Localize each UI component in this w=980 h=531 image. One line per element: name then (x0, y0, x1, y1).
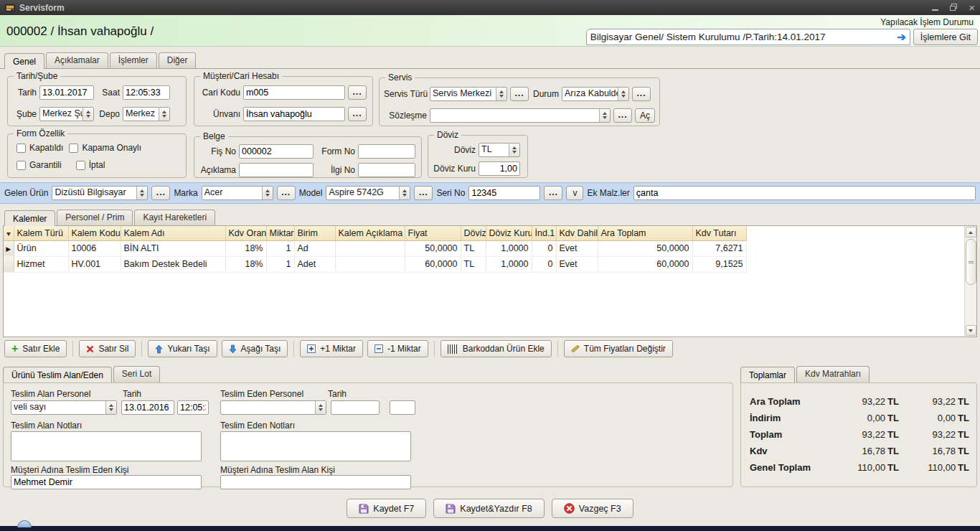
col-kalem-aciklama[interactable]: Kalem Açıklama (335, 226, 405, 240)
aciklama-input[interactable] (239, 163, 314, 177)
tab-aciklamalar[interactable]: Açıklamalar (46, 52, 108, 68)
teslim-eden-tarih-input[interactable] (331, 400, 380, 415)
col-doviz[interactable]: Döviz (461, 226, 486, 240)
marka-select[interactable]: Acer (202, 186, 273, 200)
arti-miktar-button[interactable]: +1 Miktar (300, 340, 363, 357)
fis-no-input[interactable] (239, 144, 314, 159)
close-button[interactable]: × (969, 4, 975, 11)
islemlere-git-button[interactable]: İşlemlere Git (913, 29, 978, 45)
kaydet-yazdir-button[interactable]: Kaydet&Yazdır F8 (433, 499, 545, 518)
grid-row-1[interactable]: ▶ Ürün 10006 BİN ALTI 18% 1 Ad 50,0000 T… (4, 240, 746, 256)
durum-select[interactable]: Arıza Kabulde (562, 87, 629, 101)
doviz-kuru-input[interactable] (479, 161, 520, 176)
col-kdv-orani[interactable]: Kdv Oranı (225, 226, 266, 240)
col-kalem-kodu[interactable]: Kalem Kodu (68, 226, 121, 240)
cari-kodu-lookup-button[interactable]: ... (348, 85, 367, 100)
tab-kdv-matrahlari[interactable]: Kdv Matrahları (796, 366, 870, 382)
islem-durumu-field[interactable]: Bilgisayar Genel/ Sistem Kurulumu /P.Tar… (586, 29, 910, 45)
tab-seri-lot[interactable]: Seri Lot (113, 366, 160, 382)
spinner-icon[interactable] (262, 187, 273, 199)
saat-input[interactable] (123, 85, 170, 100)
spinner-icon[interactable] (159, 108, 169, 121)
tum-fiyatlari-degistir-button[interactable]: Tüm Fiyatları Değiştir (564, 340, 673, 357)
ek-malzeme-input[interactable] (633, 186, 976, 200)
gelen-urun-lookup-button[interactable]: ... (151, 186, 170, 200)
tab-urunu-teslim[interactable]: Ürünü Teslim Alan/Eden (3, 367, 112, 383)
col-kdv-dahil[interactable]: Kdv Dahil (556, 226, 598, 240)
gelen-urun-select[interactable]: Dizüstü Bilgisayar (52, 186, 148, 200)
teslim-alan-notlari-textarea[interactable] (11, 431, 202, 461)
teslim-eden-saat-input[interactable] (390, 400, 415, 415)
spinner-icon[interactable] (315, 401, 326, 414)
tab-genel[interactable]: Genel (4, 53, 44, 69)
teslim-eden-personel-select[interactable] (220, 400, 326, 415)
sozlesme-ac-button[interactable]: Aç (635, 108, 655, 123)
durum-lookup-button[interactable]: ... (632, 87, 651, 101)
spinner-icon[interactable] (136, 187, 147, 199)
col-doviz-kuru[interactable]: Döviz Kuru (486, 226, 532, 240)
col-miktar[interactable]: Miktar (266, 226, 294, 240)
grid-filter-button[interactable] (4, 226, 14, 240)
col-birim[interactable]: Birim (294, 226, 335, 240)
cari-kodu-input[interactable] (243, 85, 345, 100)
tab-diger[interactable]: Diğer (159, 52, 197, 68)
doviz-select[interactable]: TL (479, 143, 520, 157)
tarih-input[interactable] (39, 85, 94, 100)
spinner-icon[interactable] (618, 88, 628, 100)
musteri-adina-alan-input[interactable] (220, 475, 411, 489)
col-fiyat[interactable]: Fiyat (405, 226, 461, 240)
grid-row-2[interactable]: Hizmet HV.001 Bakım Destek Bedeli 18% 1 … (4, 256, 746, 272)
servis-turu-select[interactable]: Servis Merkezi (430, 87, 507, 101)
scrollbar-thumb[interactable] (966, 239, 976, 285)
tab-kalemler[interactable]: Kalemler (4, 210, 55, 226)
spinner-icon[interactable] (599, 109, 610, 122)
col-kalem-adi[interactable]: Kalem Adı (121, 226, 225, 240)
grid-scrollbar[interactable] (964, 226, 976, 337)
spinner-icon[interactable] (509, 144, 519, 156)
servis-turu-lookup-button[interactable]: ... (510, 87, 529, 101)
satir-sil-button[interactable]: Satır Sil (79, 340, 136, 357)
sozlesme-select[interactable] (430, 108, 611, 123)
spinner-icon[interactable] (496, 88, 507, 100)
restore-button[interactable] (950, 4, 957, 11)
spinner-icon[interactable] (105, 401, 116, 414)
satir-ekle-button[interactable]: +Satır Ekle (4, 340, 67, 357)
kapama-onayli-checkbox[interactable] (69, 144, 78, 153)
sube-select[interactable]: Merkez Şul (39, 107, 94, 121)
eksi-miktar-button[interactable]: -1 Miktar (367, 340, 428, 357)
yukari-tasi-button[interactable]: Yukarı Taşı (148, 340, 217, 357)
seri-no-lookup-button[interactable]: ... (544, 186, 562, 200)
scroll-up-icon[interactable] (966, 227, 976, 238)
col-ind1[interactable]: İnd.1 (532, 226, 556, 240)
garantili-checkbox[interactable] (17, 161, 26, 170)
barkod-urun-ekle-button[interactable]: Barkoddan Ürün Ekle (440, 340, 552, 357)
spinner-icon[interactable] (399, 187, 410, 199)
tab-personel-prim[interactable]: Personel / Prim (57, 210, 133, 225)
spinner-icon[interactable] (83, 108, 93, 121)
vazgec-button[interactable]: Vazgeç F3 (552, 499, 633, 518)
unvani-lookup-button[interactable]: ... (348, 107, 367, 121)
kaydet-button[interactable]: Kaydet F7 (347, 499, 426, 518)
minimize-button[interactable] (932, 4, 938, 11)
depo-select[interactable]: Merkez (123, 107, 170, 121)
marka-lookup-button[interactable]: ... (277, 186, 296, 200)
sozlesme-lookup-button[interactable]: ... (613, 108, 632, 123)
musteri-adina-eden-input[interactable] (11, 475, 202, 489)
teslim-alan-tarih-input[interactable] (121, 400, 174, 415)
kapatildi-checkbox[interactable] (17, 144, 26, 153)
tab-kayit-hareketleri[interactable]: Kayıt Hareketleri (134, 210, 215, 225)
unvani-input[interactable] (243, 107, 345, 121)
teslim-alan-saat-input[interactable] (177, 400, 209, 415)
asagi-tasi-button[interactable]: Aşağı Taşı (222, 340, 288, 357)
form-no-input[interactable] (358, 144, 415, 159)
col-kalem-turu[interactable]: Kalem Türü (14, 226, 68, 240)
scroll-down-icon[interactable] (966, 325, 976, 336)
ilgi-no-input[interactable] (358, 163, 415, 177)
col-kdv-tutari[interactable]: Kdv Tutarı (692, 226, 746, 240)
teslim-alan-personel-select[interactable]: veli sayı (11, 400, 117, 415)
seri-no-input[interactable] (468, 186, 540, 200)
model-lookup-button[interactable]: ... (414, 186, 433, 200)
teslim-eden-notlari-textarea[interactable] (220, 431, 411, 461)
seri-no-v-button[interactable]: v (566, 186, 583, 200)
tab-toplamlar[interactable]: Toplamlar (740, 367, 795, 383)
